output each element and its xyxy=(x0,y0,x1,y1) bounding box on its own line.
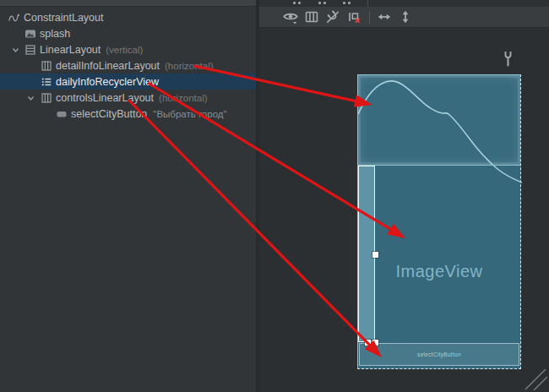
clear-constraints-icon[interactable] xyxy=(345,8,362,25)
tree-item-text-value: "Выбрать город" xyxy=(153,109,226,119)
imageview-placeholder-label[interactable]: ImageView xyxy=(358,262,520,281)
view-options-icon[interactable] xyxy=(282,8,299,25)
tree-item-dailyinforecyclerview[interactable]: dailyInfoRecyclerView xyxy=(0,74,256,90)
clipped-icon-dot xyxy=(348,2,351,4)
orientation-hint: (horizontal) xyxy=(159,93,208,103)
section-divider-line xyxy=(358,165,520,166)
infer-horizontal-icon[interactable] xyxy=(376,8,393,25)
detail-info-section[interactable] xyxy=(358,75,520,165)
design-surface-panel: ImageView selectCityButton xyxy=(259,0,549,392)
clipped-icon-dot xyxy=(293,2,296,4)
android-studio-layout-editor: ConstraintLayout splash LinearLayout (ve… xyxy=(0,0,549,392)
controls-bar[interactable]: selectCityButton xyxy=(359,343,519,366)
clipped-icon-dot xyxy=(343,2,345,4)
toolbar-separator xyxy=(369,11,370,24)
orientation-hint: (vertical) xyxy=(106,45,143,55)
wrench-icon[interactable] xyxy=(503,51,514,68)
design-canvas[interactable]: ImageView selectCityButton xyxy=(259,28,549,392)
constraint-layout-icon xyxy=(8,12,20,24)
tree-item-label: detailInfoLinearLayout xyxy=(56,60,160,72)
panel-top-strip xyxy=(0,0,256,7)
selection-handle[interactable] xyxy=(372,252,378,258)
divider xyxy=(367,0,368,7)
layout-preview[interactable]: ImageView selectCityButton xyxy=(357,74,521,369)
tree-item-splash[interactable]: splash xyxy=(0,25,256,41)
preview-resize-grip[interactable] xyxy=(525,369,547,390)
button-icon xyxy=(56,108,68,120)
linear-layout-horizontal-icon xyxy=(41,92,52,104)
tree-item-detailinfolinearlayout[interactable]: detailInfoLinearLayout (horizontal) xyxy=(0,57,256,74)
design-toolbar xyxy=(259,7,549,28)
clipped-toolbar-strip xyxy=(259,0,549,7)
selection-handle[interactable] xyxy=(372,340,378,346)
chevron-down-icon[interactable] xyxy=(11,46,20,55)
tree-item-controlslinearlayout[interactable]: controlsLinearLayout (horizontal) xyxy=(0,90,256,106)
select-city-button-preview[interactable]: selectCityButton xyxy=(417,351,461,357)
tree-item-label: LinearLayout xyxy=(40,44,101,56)
chevron-down-icon[interactable] xyxy=(26,94,35,103)
linear-layout-vertical-icon xyxy=(24,44,36,56)
clipped-icon-dot xyxy=(318,2,321,4)
tree-item-label: selectCityButton xyxy=(71,108,147,120)
tree-item-label: ConstraintLayout xyxy=(24,12,104,24)
linear-layout-horizontal-icon xyxy=(41,60,52,72)
tree-item-linearlayout[interactable]: LinearLayout (vertical) xyxy=(0,41,256,57)
tree-item-constraintlayout[interactable]: ConstraintLayout xyxy=(0,9,256,25)
orientation-hint: (horizontal) xyxy=(165,61,214,71)
tree-item-selectcitybutton[interactable]: selectCityButton "Выбрать город" xyxy=(0,106,256,122)
tree-item-label: dailyInfoRecyclerView xyxy=(56,76,159,88)
clipped-icon-dot xyxy=(323,2,326,4)
recycler-view-icon xyxy=(41,76,52,88)
component-tree-panel: ConstraintLayout splash LinearLayout (ve… xyxy=(0,0,256,392)
tree-item-label: splash xyxy=(40,28,70,40)
component-tree: ConstraintLayout splash LinearLayout (ve… xyxy=(0,9,256,122)
view-mode-icon[interactable] xyxy=(303,8,320,25)
infer-vertical-icon[interactable] xyxy=(397,8,414,25)
selection-handle[interactable] xyxy=(365,340,371,346)
image-icon xyxy=(24,28,36,40)
clipped-icon-dot xyxy=(298,2,301,4)
autoconnect-off-icon[interactable] xyxy=(324,8,341,25)
tree-item-label: controlsLinearLayout xyxy=(56,92,154,104)
